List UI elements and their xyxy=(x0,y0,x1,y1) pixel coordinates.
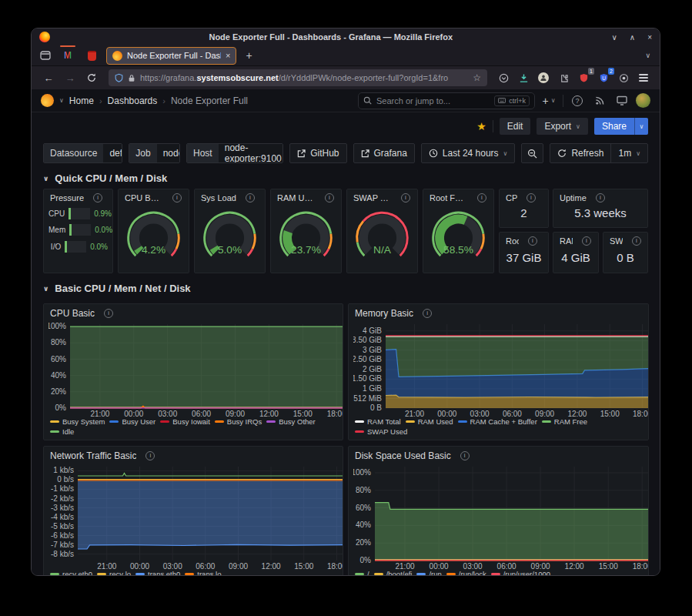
breadcrumb-item[interactable]: Dashboards xyxy=(108,95,158,106)
legend-item[interactable]: Busy Other xyxy=(266,417,316,426)
export-button[interactable]: Export∨ xyxy=(537,118,588,135)
active-tab[interactable]: Node Exporter Full - Dashbo × xyxy=(106,47,236,65)
chart-canvas[interactable]: 0%20%40%60%80%100%21:0000:0003:0006:0009… xyxy=(48,320,343,417)
legend-item[interactable]: /run/lock xyxy=(446,570,486,576)
info-icon[interactable]: i xyxy=(477,193,486,203)
legend-item[interactable]: RAM Free xyxy=(542,417,587,426)
legend-item[interactable]: /boot/efi xyxy=(374,570,413,576)
close-button[interactable]: × xyxy=(647,33,652,42)
pocket-icon[interactable] xyxy=(495,69,512,86)
minimize-button[interactable]: ∨ xyxy=(612,33,617,42)
legend-item[interactable]: SWAP Used xyxy=(355,427,407,436)
url-bar[interactable]: https://grafana.systemsobscure.net/d/rYd… xyxy=(109,69,487,86)
legend-item[interactable]: trans eth0 xyxy=(135,570,180,576)
legend-item[interactable]: Busy User xyxy=(109,417,155,426)
bookmark-star-icon[interactable]: ☆ xyxy=(473,72,481,83)
chevron-down-icon[interactable]: ∨ xyxy=(59,97,64,104)
legend-item[interactable]: /run/user/1000 xyxy=(491,570,550,576)
back-button[interactable]: ← xyxy=(39,69,58,86)
maximize-button[interactable]: ∧ xyxy=(630,33,635,42)
grafana-top-nav: ∨ Home›Dashboards›Node Exporter Full Sea… xyxy=(32,89,660,112)
zoom-out-button[interactable] xyxy=(521,143,543,163)
downloads-icon[interactable] xyxy=(515,69,532,86)
grafana-link-button[interactable]: Grafana xyxy=(353,143,415,163)
info-icon[interactable]: i xyxy=(528,236,537,246)
menu-hamburger-icon[interactable] xyxy=(635,69,652,86)
info-icon[interactable]: i xyxy=(325,193,334,203)
legend-item[interactable]: recv lo xyxy=(97,570,131,576)
legend-item[interactable]: recv eth0 xyxy=(50,570,92,576)
news-rss-icon[interactable] xyxy=(591,92,608,109)
info-icon[interactable]: i xyxy=(145,451,155,460)
legend-item[interactable]: RAM Total xyxy=(355,417,401,426)
info-icon[interactable]: i xyxy=(172,193,182,203)
breadcrumb-item[interactable]: Home xyxy=(69,95,94,106)
github-link-button[interactable]: GitHub xyxy=(289,143,346,163)
svg-text:100%: 100% xyxy=(353,468,371,477)
firefox-view-icon[interactable] xyxy=(38,48,53,63)
pinned-tab-second[interactable] xyxy=(82,48,101,64)
info-icon[interactable]: i xyxy=(527,193,536,203)
variable-host[interactable]: Host node-exporter:9100∨ xyxy=(186,143,283,163)
share-dropdown-caret[interactable]: ∨ xyxy=(634,118,648,135)
legend-item[interactable]: / xyxy=(355,570,369,576)
variable-job[interactable]: Job node∨ xyxy=(129,143,180,163)
legend-item[interactable]: RAM Cache + Buffer xyxy=(458,417,537,426)
info-icon[interactable]: i xyxy=(582,236,591,246)
info-icon[interactable]: i xyxy=(460,451,470,460)
panel-header: Uptimei xyxy=(553,189,647,203)
tab-close-icon[interactable]: × xyxy=(226,52,230,60)
edit-button[interactable]: Edit xyxy=(500,118,531,135)
favorite-star-icon[interactable]: ★ xyxy=(476,121,486,132)
kiosk-monitor-icon[interactable] xyxy=(613,92,630,109)
pinned-tab-gmail[interactable]: M xyxy=(59,48,77,64)
user-avatar[interactable] xyxy=(636,93,650,108)
info-icon[interactable]: i xyxy=(423,309,432,318)
forward-button[interactable]: → xyxy=(61,69,79,86)
tracking-protection-shield-icon[interactable] xyxy=(115,73,123,82)
chart-canvas[interactable]: 0%20%40%60%80%100%21:0000:0003:0006:0009… xyxy=(353,463,648,569)
add-menu-button[interactable]: +∨ xyxy=(540,92,557,109)
tab-bar: M Node Exporter Full - Dashbo × + ∨ xyxy=(32,45,660,66)
legend-item[interactable]: Busy Iowait xyxy=(160,417,210,426)
help-icon[interactable]: ? xyxy=(569,92,586,109)
reload-button[interactable] xyxy=(82,69,101,86)
info-icon[interactable]: i xyxy=(596,193,605,203)
extension-red-icon[interactable]: 1 xyxy=(575,69,592,86)
info-icon[interactable]: i xyxy=(104,309,113,318)
legend-item[interactable]: /run xyxy=(416,570,441,576)
chart-canvas[interactable]: 0 B512 MiB1 GiB1.50 GiB2 GiB2.50 GiB3 Gi… xyxy=(353,320,648,417)
zoom-out-icon xyxy=(527,149,537,159)
extension-blue-icon[interactable]: U 2 xyxy=(595,69,612,86)
refresh-button[interactable]: Refresh xyxy=(550,144,610,162)
breadcrumb-item[interactable]: Node Exporter Full xyxy=(171,95,248,106)
account-icon[interactable] xyxy=(535,69,552,86)
grafana-logo-icon[interactable] xyxy=(41,94,54,107)
svg-text:12:00: 12:00 xyxy=(259,410,279,417)
info-icon[interactable]: i xyxy=(632,236,641,246)
stat-panel: Uptimei5.3 weeks xyxy=(553,189,648,228)
legend-item[interactable]: Busy System xyxy=(50,417,105,426)
gauge-visual: 5.0% xyxy=(196,204,264,269)
legend-item[interactable]: trans lo xyxy=(185,570,221,576)
legend-item[interactable]: Idle xyxy=(50,427,74,436)
firefox-logo-icon[interactable] xyxy=(39,32,50,42)
time-range-picker[interactable]: Last 24 hours ∨ xyxy=(421,143,516,163)
search-input[interactable]: Search or jump to... ctrl+k xyxy=(358,92,535,109)
section-quick[interactable]: ∨ Quick CPU / Mem / Disk xyxy=(43,172,648,184)
section-basic[interactable]: ∨ Basic CPU / Mem / Net / Disk xyxy=(43,283,648,294)
chart-canvas[interactable]: 1 kb/s0 b/s-1 kb/s-2 kb/s-3 kb/s-4 kb/s-… xyxy=(48,463,343,569)
extensions-puzzle-icon[interactable] xyxy=(555,69,572,86)
tab-overflow-icon[interactable]: ∨ xyxy=(645,52,654,59)
legend-item[interactable]: Busy IRQs xyxy=(215,417,262,426)
new-tab-button[interactable]: + xyxy=(242,49,256,62)
info-icon[interactable]: i xyxy=(246,193,255,203)
share-button[interactable]: Share ∨ xyxy=(594,118,648,135)
lock-icon[interactable] xyxy=(128,74,135,82)
legend-item[interactable]: RAM Used xyxy=(406,417,453,426)
variable-datasource[interactable]: Datasource default∨ xyxy=(43,143,122,163)
info-icon[interactable]: i xyxy=(93,193,102,203)
info-icon[interactable]: i xyxy=(401,193,410,203)
refresh-interval-dropdown[interactable]: 1m ∨ xyxy=(611,144,647,162)
containers-icon[interactable] xyxy=(615,69,632,86)
